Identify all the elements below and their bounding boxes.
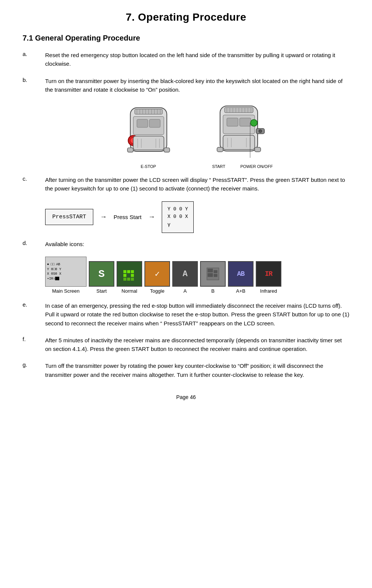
item-b-letter: b. (23, 77, 45, 83)
start-icon-btn: S (89, 261, 114, 287)
press-start-sequence: PressSTART → Press Start → Y 0 0 Y X 0 0… (45, 201, 349, 233)
transmitter-left: E-STOP (118, 104, 179, 169)
svg-rect-60 (214, 274, 217, 277)
item-f-letter: f. (23, 336, 45, 342)
item-a-letter: a. (23, 51, 45, 57)
svg-rect-22 (164, 148, 170, 152)
item-b: b. Turn on the transmitter power by inse… (23, 77, 349, 94)
icon-main-screen-label: Main Screen (52, 288, 80, 294)
lcd-grid: Y 0 0 Y X 0 0 X γ (162, 201, 194, 233)
item-d-letter: d. (23, 240, 45, 246)
start-label: START (212, 164, 225, 169)
item-f: f. After 5 minutes of inactivity the rec… (23, 336, 349, 354)
icon-toggle-label: Toggle (150, 288, 164, 294)
ir-icon-btn: IR (256, 261, 281, 287)
icon-infrared: IR Infrared (256, 261, 281, 294)
page-footer: Page 46 (23, 394, 349, 400)
estop-label: E-STOP (141, 164, 156, 169)
svg-rect-49 (127, 270, 130, 273)
svg-rect-45 (217, 147, 223, 152)
svg-point-38 (259, 130, 262, 133)
svg-rect-51 (123, 274, 126, 277)
icons-section: ●□□AB Y 0□0 Y X 0S0 X ▪IR⇧██ Main Screen… (45, 257, 349, 294)
svg-rect-58 (208, 273, 213, 277)
transmitter-right-svg (209, 102, 276, 164)
transmitter-right: START POWER ON/OFF (209, 102, 276, 169)
item-b-text: Turn on the transmitter power by inserti… (45, 77, 349, 94)
icon-start-label: Start (96, 288, 106, 294)
icon-aplusb: AB A+B (228, 261, 254, 294)
item-e: e. In case of an emergency, pressing the… (23, 301, 349, 328)
item-d-text: Available icons: (45, 240, 349, 248)
item-c-letter: c. (23, 175, 45, 182)
svg-rect-13 (149, 119, 160, 127)
item-d: d. Available icons: (23, 240, 349, 248)
b-icon-btn (200, 261, 226, 287)
item-g-text: Turn off the transmitter power by rotati… (45, 361, 349, 379)
power-label: POWER ON/OFF (240, 164, 273, 169)
item-f-text: After 5 minutes of inactivity the receiv… (45, 336, 349, 354)
normal-icon-btn (117, 261, 142, 287)
item-g: g. Turn off the transmitter power by rot… (23, 361, 349, 379)
icon-a-label: A (184, 288, 187, 294)
transmitter-images: E-STOP (45, 102, 349, 169)
svg-rect-36 (240, 118, 251, 126)
svg-rect-48 (123, 270, 126, 273)
item-c-text: After turning on the transmitter power t… (45, 175, 349, 193)
icon-aplusb-label: A+B (236, 288, 246, 294)
icons-row: ●□□AB Y 0□0 Y X 0S0 X ▪IR⇧██ Main Screen… (45, 257, 349, 294)
lcd-grid-line3: γ (167, 221, 188, 229)
transmitter-left-svg (118, 104, 179, 164)
item-e-letter: e. (23, 301, 45, 308)
section-title: 7.1 General Operating Procedure (23, 34, 349, 42)
svg-rect-53 (123, 278, 126, 281)
item-a-text: Reset the red emergency stop button loca… (45, 51, 349, 68)
svg-point-39 (251, 119, 257, 126)
icon-main-screen: ●□□AB Y 0□0 Y X 0S0 X ▪IR⇧██ Main Screen (45, 257, 87, 294)
icon-a: A A (172, 261, 198, 294)
item-e-text: In case of an emergency, pressing the re… (45, 301, 349, 328)
page-title: 7. Operating Procedure (23, 11, 349, 23)
svg-rect-55 (131, 278, 134, 281)
icon-toggle: ✓ Toggle (144, 261, 170, 294)
lcd-grid-line2: X 0 0 X (167, 213, 188, 221)
aplusb-icon-btn: AB (228, 261, 254, 287)
svg-rect-16 (133, 136, 164, 150)
icon-normal: Normal (117, 261, 142, 294)
svg-rect-50 (131, 270, 134, 273)
toggle-icon-btn: ✓ (144, 261, 170, 287)
svg-rect-35 (227, 118, 238, 126)
main-screen-display: ●□□AB Y 0□0 Y X 0S0 X ▪IR⇧██ (45, 257, 87, 287)
right-labels: START POWER ON/OFF (212, 164, 273, 169)
lcd-press-start: PressSTART (45, 209, 93, 225)
svg-rect-21 (127, 148, 133, 152)
icon-b: B (200, 261, 226, 294)
a-icon-btn: A (172, 261, 198, 287)
press-start-button-label: Press Start (114, 214, 141, 220)
svg-rect-59 (214, 270, 217, 273)
svg-rect-57 (208, 269, 213, 272)
svg-rect-54 (127, 278, 130, 281)
lcd-grid-line1: Y 0 0 Y (167, 206, 188, 213)
svg-rect-52 (131, 274, 134, 277)
arrow-1: → (100, 213, 107, 221)
item-a: a. Reset the red emergency stop button l… (23, 51, 349, 68)
icon-b-label: B (211, 288, 215, 294)
icon-infrared-label: Infrared (260, 288, 277, 294)
svg-rect-46 (255, 147, 261, 152)
svg-rect-12 (137, 119, 147, 127)
arrow-2: → (148, 213, 155, 221)
item-g-letter: g. (23, 361, 45, 368)
icon-start: S Start (89, 261, 114, 294)
svg-rect-40 (223, 135, 255, 150)
item-c: c. After turning on the transmitter powe… (23, 175, 349, 193)
icon-normal-label: Normal (121, 288, 137, 294)
